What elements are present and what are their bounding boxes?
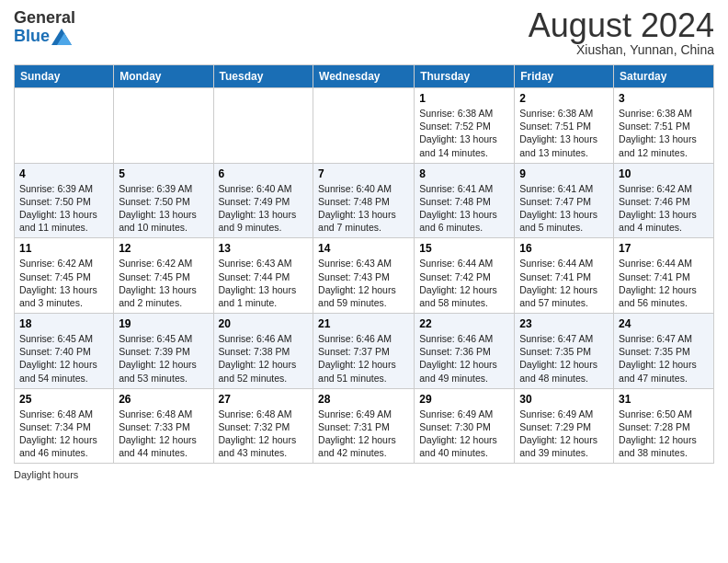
day-cell: 4Sunrise: 6:39 AMSunset: 7:50 PMDaylight… xyxy=(15,163,114,238)
day-info: Sunrise: 6:49 AMSunset: 7:29 PMDaylight:… xyxy=(519,408,609,460)
day-cell: 3Sunrise: 6:38 AMSunset: 7:51 PMDaylight… xyxy=(614,88,714,164)
header-sunday: Sunday xyxy=(15,65,114,88)
day-number: 18 xyxy=(19,317,108,330)
day-info: Sunrise: 6:48 AMSunset: 7:33 PMDaylight:… xyxy=(119,408,208,460)
day-cell: 18Sunrise: 6:45 AMSunset: 7:40 PMDayligh… xyxy=(15,314,114,389)
week-row-4: 18Sunrise: 6:45 AMSunset: 7:40 PMDayligh… xyxy=(15,314,714,389)
day-number: 9 xyxy=(519,167,609,180)
day-cell: 28Sunrise: 6:49 AMSunset: 7:31 PMDayligh… xyxy=(313,388,415,464)
day-cell xyxy=(213,88,313,164)
day-cell xyxy=(114,88,213,164)
day-number: 25 xyxy=(19,393,108,406)
day-info: Sunrise: 6:42 AMSunset: 7:45 PMDaylight:… xyxy=(19,257,108,309)
day-number: 19 xyxy=(119,317,208,330)
day-info: Sunrise: 6:50 AMSunset: 7:28 PMDaylight:… xyxy=(619,408,709,460)
day-cell xyxy=(313,88,415,164)
day-cell: 9Sunrise: 6:41 AMSunset: 7:47 PMDaylight… xyxy=(515,163,614,238)
header-saturday: Saturday xyxy=(614,65,714,88)
header-monday: Monday xyxy=(114,65,213,88)
day-info: Sunrise: 6:42 AMSunset: 7:45 PMDaylight:… xyxy=(119,257,208,309)
day-info: Sunrise: 6:38 AMSunset: 7:52 PMDaylight:… xyxy=(419,107,509,159)
day-info: Sunrise: 6:49 AMSunset: 7:30 PMDaylight:… xyxy=(419,408,509,460)
day-cell: 24Sunrise: 6:47 AMSunset: 7:35 PMDayligh… xyxy=(614,314,714,389)
day-info: Sunrise: 6:40 AMSunset: 7:49 PMDaylight:… xyxy=(219,182,309,235)
day-cell: 22Sunrise: 6:46 AMSunset: 7:36 PMDayligh… xyxy=(415,314,515,389)
main-title: August 2024 xyxy=(529,9,714,42)
day-number: 29 xyxy=(419,393,509,406)
day-number: 16 xyxy=(519,242,609,255)
day-info: Sunrise: 6:38 AMSunset: 7:51 PMDaylight:… xyxy=(619,107,709,159)
day-info: Sunrise: 6:47 AMSunset: 7:35 PMDaylight:… xyxy=(619,332,709,385)
day-cell: 5Sunrise: 6:39 AMSunset: 7:50 PMDaylight… xyxy=(114,163,213,238)
week-row-5: 25Sunrise: 6:48 AMSunset: 7:34 PMDayligh… xyxy=(15,388,714,464)
day-number: 3 xyxy=(619,92,709,105)
day-info: Sunrise: 6:49 AMSunset: 7:31 PMDaylight:… xyxy=(318,408,409,460)
day-number: 7 xyxy=(318,167,409,180)
subtitle: Xiushan, Yunnan, China xyxy=(529,42,714,57)
day-cell: 27Sunrise: 6:48 AMSunset: 7:32 PMDayligh… xyxy=(213,388,313,464)
header-row: Sunday Monday Tuesday Wednesday Thursday… xyxy=(15,65,714,88)
day-number: 24 xyxy=(619,317,709,330)
day-cell: 12Sunrise: 6:42 AMSunset: 7:45 PMDayligh… xyxy=(114,238,213,314)
header-tuesday: Tuesday xyxy=(213,65,313,88)
logo-icon xyxy=(51,29,72,45)
day-cell: 14Sunrise: 6:43 AMSunset: 7:43 PMDayligh… xyxy=(313,238,415,314)
day-number: 10 xyxy=(619,167,709,180)
day-info: Sunrise: 6:43 AMSunset: 7:43 PMDaylight:… xyxy=(318,257,409,309)
day-cell: 31Sunrise: 6:50 AMSunset: 7:28 PMDayligh… xyxy=(614,388,714,464)
day-info: Sunrise: 6:39 AMSunset: 7:50 PMDaylight:… xyxy=(119,182,208,235)
day-number: 23 xyxy=(519,317,609,330)
day-number: 14 xyxy=(318,242,409,255)
title-section: August 2024 Xiushan, Yunnan, China xyxy=(529,9,714,57)
day-number: 30 xyxy=(519,393,609,406)
logo: General Blue xyxy=(14,9,75,46)
day-number: 1 xyxy=(419,92,509,105)
day-info: Sunrise: 6:45 AMSunset: 7:39 PMDaylight:… xyxy=(119,332,208,385)
day-info: Sunrise: 6:47 AMSunset: 7:35 PMDaylight:… xyxy=(519,332,609,385)
header-wednesday: Wednesday xyxy=(313,65,415,88)
day-cell: 1Sunrise: 6:38 AMSunset: 7:52 PMDaylight… xyxy=(415,88,515,164)
logo-general-text: General xyxy=(14,9,75,28)
day-cell xyxy=(15,88,114,164)
day-number: 15 xyxy=(419,242,509,255)
day-number: 17 xyxy=(619,242,709,255)
header: General Blue August 2024 Xiushan, Yunnan… xyxy=(14,9,714,57)
day-number: 27 xyxy=(219,393,309,406)
day-cell: 15Sunrise: 6:44 AMSunset: 7:42 PMDayligh… xyxy=(415,238,515,314)
day-cell: 19Sunrise: 6:45 AMSunset: 7:39 PMDayligh… xyxy=(114,314,213,389)
day-info: Sunrise: 6:48 AMSunset: 7:32 PMDaylight:… xyxy=(219,408,309,460)
week-row-2: 4Sunrise: 6:39 AMSunset: 7:50 PMDaylight… xyxy=(15,163,714,238)
logo-blue-text: Blue xyxy=(14,28,50,46)
day-info: Sunrise: 6:40 AMSunset: 7:48 PMDaylight:… xyxy=(318,182,409,235)
page: General Blue August 2024 Xiushan, Yunnan… xyxy=(0,0,728,563)
day-cell: 17Sunrise: 6:44 AMSunset: 7:41 PMDayligh… xyxy=(614,238,714,314)
day-info: Sunrise: 6:46 AMSunset: 7:37 PMDaylight:… xyxy=(318,332,409,385)
day-cell: 13Sunrise: 6:43 AMSunset: 7:44 PMDayligh… xyxy=(213,238,313,314)
day-cell: 25Sunrise: 6:48 AMSunset: 7:34 PMDayligh… xyxy=(15,388,114,464)
day-info: Sunrise: 6:48 AMSunset: 7:34 PMDaylight:… xyxy=(19,408,108,460)
day-cell: 30Sunrise: 6:49 AMSunset: 7:29 PMDayligh… xyxy=(515,388,614,464)
calendar-body: 1Sunrise: 6:38 AMSunset: 7:52 PMDaylight… xyxy=(15,88,714,464)
week-row-1: 1Sunrise: 6:38 AMSunset: 7:52 PMDaylight… xyxy=(15,88,714,164)
day-info: Sunrise: 6:46 AMSunset: 7:36 PMDaylight:… xyxy=(419,332,509,385)
header-friday: Friday xyxy=(515,65,614,88)
day-cell: 16Sunrise: 6:44 AMSunset: 7:41 PMDayligh… xyxy=(515,238,614,314)
day-number: 20 xyxy=(219,317,309,330)
day-number: 22 xyxy=(419,317,509,330)
day-number: 31 xyxy=(619,393,709,406)
day-cell: 7Sunrise: 6:40 AMSunset: 7:48 PMDaylight… xyxy=(313,163,415,238)
day-info: Sunrise: 6:39 AMSunset: 7:50 PMDaylight:… xyxy=(19,182,108,235)
day-number: 4 xyxy=(19,167,108,180)
day-number: 26 xyxy=(119,393,208,406)
week-row-3: 11Sunrise: 6:42 AMSunset: 7:45 PMDayligh… xyxy=(15,238,714,314)
day-cell: 6Sunrise: 6:40 AMSunset: 7:49 PMDaylight… xyxy=(213,163,313,238)
day-number: 8 xyxy=(419,167,509,180)
day-number: 6 xyxy=(219,167,309,180)
day-info: Sunrise: 6:44 AMSunset: 7:42 PMDaylight:… xyxy=(419,257,509,309)
day-info: Sunrise: 6:41 AMSunset: 7:47 PMDaylight:… xyxy=(519,182,609,235)
day-cell: 8Sunrise: 6:41 AMSunset: 7:48 PMDaylight… xyxy=(415,163,515,238)
day-info: Sunrise: 6:38 AMSunset: 7:51 PMDaylight:… xyxy=(519,107,609,159)
day-cell: 26Sunrise: 6:48 AMSunset: 7:33 PMDayligh… xyxy=(114,388,213,464)
day-info: Sunrise: 6:44 AMSunset: 7:41 PMDaylight:… xyxy=(519,257,609,309)
day-info: Sunrise: 6:42 AMSunset: 7:46 PMDaylight:… xyxy=(619,182,709,235)
